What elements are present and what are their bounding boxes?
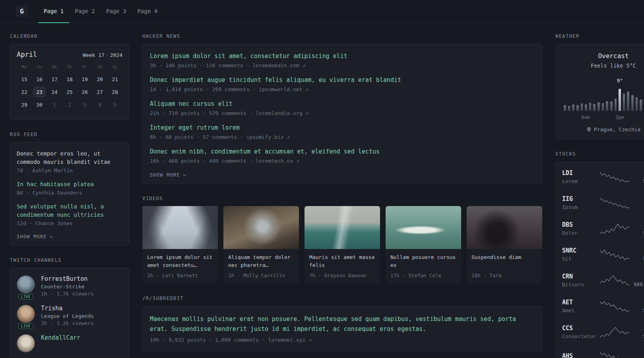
weather-time-label: 2pm <box>615 115 624 120</box>
calendar-weekday-row: Mo Tu We Th Fr Sa Su <box>17 65 122 69</box>
news-item: Lorem ipsum dolor sit amet, consectetur … <box>150 52 535 68</box>
stock-symbol: CRN <box>562 273 599 280</box>
channel-viewers: 3h · 1.2k viewers <box>41 320 94 326</box>
video-thumbnail[interactable] <box>467 206 542 249</box>
video-title-link[interactable]: Suspendisse diam <box>467 249 542 270</box>
stock-row[interactable]: IIG Ipsum +2.84% $42.04 <box>562 190 644 216</box>
rss-item: Donec tempor eros leo, ut commodo mauris… <box>17 150 122 173</box>
news-show-more-label: SHOW MORE <box>150 172 180 178</box>
stock-row[interactable]: LDI Lorem +4.35% $795.18 <box>562 164 644 190</box>
stock-info: DBS Dolor <box>562 221 599 236</box>
calendar-day-next-month: 2 <box>64 99 76 110</box>
weather-location-text: Prague, Czechia <box>594 126 640 132</box>
chevron-down-icon <box>183 173 186 176</box>
weekday-label: Fr <box>82 65 87 69</box>
video-meta: 17h · Stefan Cole <box>386 270 461 284</box>
calendar-section-title: CALENDAR <box>10 33 129 39</box>
twitch-channel-row[interactable]: LIVE ForrestBurton Counter-Strike 1h · 1… <box>17 275 122 297</box>
video-title-link[interactable]: Aliquam tempor dolor nec pharetra… <box>223 249 299 270</box>
rss-widget: Donec tempor eros leo, ut commodo mauris… <box>10 142 129 245</box>
stock-values: +1.42% $156.28 <box>630 222 644 235</box>
calendar-day: 18 <box>64 74 76 84</box>
video-thumbnail[interactable] <box>386 206 461 249</box>
twitch-section-title: TWITCH CHANNELS <box>10 257 129 263</box>
stock-values: +4.35% $795.18 <box>630 170 644 184</box>
weather-bars <box>564 89 644 111</box>
weather-section-title: WEATHER <box>555 33 644 39</box>
weather-condition: Overcast <box>562 52 644 60</box>
tab-page-4[interactable]: Page 4 <box>132 0 163 23</box>
stock-price: $165.84 <box>630 333 644 339</box>
stock-values: +0.51% $165.84 <box>630 325 644 339</box>
stock-sparkline <box>600 274 629 287</box>
rss-item: In hac habitasse platea 8d · Cynthia Sau… <box>17 180 122 196</box>
channel-info: Trisha League of Legends 3h · 1.2k viewe… <box>41 305 94 326</box>
stock-symbol: AET <box>562 299 599 306</box>
stock-sparkline <box>600 222 629 235</box>
avatar-wrap: LIVE <box>17 275 35 297</box>
page-tabs: Page 1 Page 2 Page 3 Page 4 <box>38 0 163 23</box>
stock-row[interactable]: AET Amet +0.92% $499.72 <box>562 293 644 319</box>
calendar-day: 20 <box>94 74 106 84</box>
news-link[interactable]: Donec imperdiet augue tincidunt felis al… <box>150 76 535 84</box>
stock-row[interactable]: CCS Consectetur +0.51% $165.84 <box>562 319 644 345</box>
tab-page-2[interactable]: Page 2 <box>69 0 101 23</box>
video-thumbnail[interactable] <box>142 206 218 249</box>
stock-change: +1.36% <box>630 247 644 254</box>
middle-column: HACKER NEWS Lorem ipsum dolor sit amet, … <box>142 33 542 358</box>
hackernews-widget: Lorem ipsum dolor sit amet, consectetur … <box>142 44 542 184</box>
calendar-day-next-month: 3 <box>79 99 91 110</box>
stock-values: +2.84% $42.04 <box>630 196 644 210</box>
video-title-link[interactable]: Lorem ipsum dolor sit amet consectetu… <box>142 249 218 270</box>
video-title-link[interactable]: Mauris sit amet massa felis <box>305 249 380 270</box>
avatar-wrap <box>17 334 35 352</box>
twitch-channel-row[interactable]: KendallCarr <box>17 334 122 352</box>
weather-time-label: 6am <box>581 115 590 120</box>
stock-values: +1.36% $148.64 <box>630 247 644 261</box>
live-badge: LIVE <box>18 294 33 300</box>
stocks-section-title: STOCKS <box>555 151 644 157</box>
news-link[interactable]: Lorem ipsum dolor sit amet, consectetur … <box>150 52 535 60</box>
stock-row[interactable]: DBS Dolor +1.42% $156.28 <box>562 216 644 241</box>
news-meta: 16h · 468 points · 440 comments · loremt… <box>150 158 535 164</box>
news-link[interactable]: Aliquam nec cursus elit <box>150 100 535 108</box>
weather-feels-like: Feels like 5°C <box>562 62 644 69</box>
channel-name: Trisha <box>41 305 94 312</box>
calendar-day-grid: 15 16 17 18 19 20 21 22 23 24 25 26 27 2… <box>17 74 122 112</box>
news-link[interactable]: Integer eget rutrum lorem <box>150 124 535 132</box>
news-link[interactable]: Donec enim nibh, condimentum et accumsan… <box>150 148 535 156</box>
rss-item-link[interactable]: Donec tempor eros leo, ut commodo mauris… <box>17 150 122 166</box>
video-card: Nullam posuere cursus ex 17h · Stefan Co… <box>386 206 461 284</box>
tab-page-1[interactable]: Page 1 <box>38 0 70 23</box>
app-logo[interactable]: G <box>16 6 28 17</box>
rss-show-more-button[interactable]: SHOW MORE <box>17 234 52 239</box>
news-meta: 6h · 60 points · 57 comments · ipsumify.… <box>150 134 535 140</box>
video-thumbnail[interactable] <box>305 206 380 249</box>
reddit-post-meta: 19h · 9,932 points · 1,090 comments · lo… <box>150 337 535 343</box>
channel-info: ForrestBurton Counter-Strike 1h · 1.7k v… <box>41 275 94 297</box>
video-card: Suspendisse diam 18h · Tara <box>467 206 542 284</box>
stock-symbol: CCS <box>562 325 599 332</box>
calendar-day: 30 <box>33 99 45 110</box>
calendar-year: 2024 <box>110 52 122 58</box>
weather-location: Prague, Czechia <box>562 126 644 132</box>
tab-page-3[interactable]: Page 3 <box>101 0 132 23</box>
video-title-link[interactable]: Nullam posuere cursus ex <box>386 249 461 270</box>
reddit-post-link[interactable]: Maecenas mollis pulvinar erat non posuer… <box>150 314 535 334</box>
stock-row[interactable]: SNRC Sit +1.36% $148.64 <box>562 241 644 267</box>
video-meta: 7h · Grayson Dawson <box>305 270 380 284</box>
news-show-more-button[interactable]: SHOW MORE <box>150 172 186 178</box>
news-item: Aliquam nec cursus elit 21h · 710 points… <box>150 100 535 116</box>
stock-price: $156.28 <box>630 230 644 235</box>
rss-item-link[interactable]: In hac habitasse platea <box>17 180 122 189</box>
weather-temp-label: 9° <box>617 78 623 84</box>
calendar-day: 21 <box>109 74 121 84</box>
twitch-channel-row[interactable]: LIVE Trisha League of Legends 3h · 1.2k … <box>17 305 122 326</box>
rss-item-link[interactable]: Sed volutpat nulla nisl, a condimentum n… <box>17 202 122 219</box>
rss-item-meta: 12d · Chance Jones <box>17 220 122 226</box>
stock-row[interactable]: CRN Bitcorn -1.00% $66,171.48 <box>562 267 644 293</box>
stock-row[interactable]: AHS +0.46% <box>562 345 644 358</box>
calendar-day-next-month: 5 <box>109 99 121 110</box>
video-thumbnail[interactable] <box>223 206 299 249</box>
live-badge: LIVE <box>18 323 33 329</box>
